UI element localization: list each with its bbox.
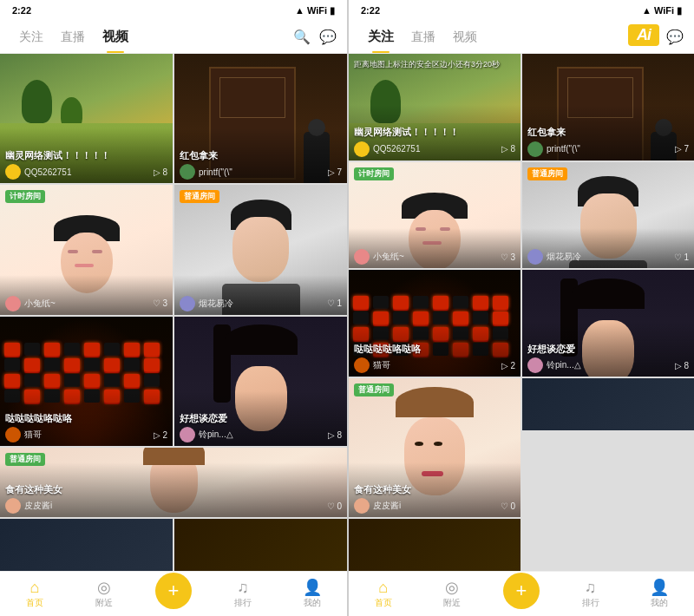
rank-icon-left: ♫ (237, 580, 249, 595)
right-signal-icon: ▲ (642, 5, 651, 16)
kb-username-left: 猫哥 (24, 429, 42, 441)
tab-live-right[interactable]: 直播 (403, 21, 444, 53)
partial-item-2-right[interactable] (349, 519, 520, 571)
tab-video-left[interactable]: 视频 (94, 21, 137, 53)
selfie-count-right: ♡ 0 (501, 501, 515, 511)
selfie-title-right: 食有这种美女 (354, 483, 515, 495)
partial-item-1-right[interactable] (522, 378, 694, 430)
kb-meta-left: 猫哥 ▷ 2 (5, 427, 167, 442)
girl1-badge-right: 计时房间 (354, 167, 394, 180)
door-title-right: 红包拿来 (527, 126, 689, 138)
profile-label-left: 我的 (304, 597, 321, 609)
game-overlay-right: 幽灵网络测试！！！！！ QQ5262751 ▷ 8 (349, 105, 520, 160)
game-avatar-right (354, 141, 370, 157)
girl1-overlay-right: 小兔纸~ ♡ 3 (349, 228, 520, 268)
grid-item-game-right[interactable]: 距离地图上标注的安全区边小还有3分20秒 幽灵网络测试！！！！！ QQ52627… (349, 54, 520, 161)
girl1-overlay-left: 小兔纸~ ♡ 3 (0, 275, 173, 315)
bottom-nav-home-left[interactable]: ⌂ 首页 (0, 580, 69, 609)
bottom-nav-post-right[interactable]: + (487, 580, 556, 609)
grid-item-girl2-left[interactable]: 普通房间 烟花易冷 ♡ 1 (174, 185, 347, 314)
home-label-left: 首页 (26, 597, 43, 609)
girl1-count-right: ♡ 3 (501, 252, 515, 262)
grid-item-girl1-right[interactable]: 计时房间 小兔纸~ ♡ 3 (349, 162, 520, 269)
grid-item-door-left[interactable]: 红包拿来 printf("(\" ▷ 7 (174, 54, 347, 183)
grid-item-girl1-left[interactable]: 计时房间 小兔纸~ ♡ 3 (0, 185, 173, 314)
profile-icon-right: 👤 (650, 580, 669, 595)
kb-title-left: 哒哒哒哒咯哒咯 (5, 412, 167, 424)
tab-follow-right[interactable]: 关注 (359, 21, 403, 53)
message-icon-right[interactable]: 💬 (666, 29, 684, 45)
game-username-left: QQ5262751 (24, 167, 72, 177)
selfie-avatar-left (5, 498, 21, 514)
girl1-avatar-left (5, 296, 21, 311)
girl2-meta-left: 烟花易冷 ♡ 1 (180, 296, 342, 311)
girl2-username-left: 烟花易冷 (199, 298, 233, 310)
right-battery-icon: ▮ (677, 5, 682, 16)
grid-item-selfie-left[interactable]: 普通房间 食有这种美女 皮皮酱i ♡ 0 (0, 448, 347, 517)
profile-icon-left: 👤 (303, 580, 322, 595)
girl2-avatar-right (527, 249, 543, 265)
grid-item-door-right[interactable]: 红包拿来 printf("(\" ▷ 7 (522, 54, 694, 161)
right-content-grid: 距离地图上标注的安全区边小还有3分20秒 幽灵网络测试！！！！！ QQ52627… (349, 54, 694, 571)
rank-label-right: 排行 (582, 597, 599, 609)
selfie-overlay-left: 食有这种美女 皮皮酱i ♡ 0 (0, 462, 347, 517)
girl2-badge-right: 普通房间 (527, 167, 567, 180)
door-meta-right: printf("(\" ▷ 7 (527, 141, 689, 157)
door-avatar-left (180, 164, 195, 180)
bottom-nav-nearby-right[interactable]: ◎ 附近 (418, 580, 488, 609)
wifi-icon: WiFi (307, 5, 327, 16)
game-username-right: QQ5262751 (373, 144, 421, 154)
bottom-nav-home-right[interactable]: ⌂ 首页 (349, 580, 418, 609)
battery-icon: ▮ (330, 5, 335, 16)
right-status-bar: 2:22 ▲ WiFi ▮ (349, 0, 694, 21)
grid-item-drama-left[interactable]: 好想谈恋爱 铃pin...△ ▷ 8 (174, 317, 347, 446)
selfie-badge-right: 普通房间 (354, 383, 394, 396)
left-time: 2:22 (12, 5, 31, 16)
girl1-meta-left: 小兔纸~ ♡ 3 (5, 296, 167, 311)
game-meta-right: QQ5262751 ▷ 8 (354, 141, 515, 157)
partial-item-1-left[interactable] (0, 519, 173, 571)
right-bottom-nav: ⌂ 首页 ◎ 附近 + ♫ 排行 👤 我的 (349, 571, 694, 616)
search-icon-left[interactable]: 🔍 (293, 29, 311, 45)
bottom-nav-post-left[interactable]: + (139, 580, 208, 609)
selfie-count-left: ♡ 0 (327, 501, 342, 511)
rank-icon-right: ♫ (585, 580, 597, 595)
bottom-nav-nearby-left[interactable]: ◎ 附近 (69, 580, 139, 609)
girl1-username-right: 小兔纸~ (373, 251, 404, 263)
grid-item-girl2-right[interactable]: 普通房间 烟花易冷 ♡ 1 (522, 162, 694, 269)
grid-item-selfie-right[interactable]: 普通房间 食有这种美女 皮皮酱i ♡ 0 (349, 378, 520, 517)
door-username-right: printf("(\" (547, 144, 580, 154)
tab-follow-left[interactable]: 关注 (10, 21, 52, 53)
left-bottom-nav: ⌂ 首页 ◎ 附近 + ♫ 排行 👤 我的 (0, 571, 347, 616)
nearby-label-right: 附近 (443, 597, 461, 609)
partial-item-2-left[interactable] (174, 519, 347, 571)
girl2-overlay-right: 烟花易冷 ♡ 1 (522, 228, 694, 268)
tab-live-left[interactable]: 直播 (52, 21, 94, 53)
game-title-right: 幽灵网络测试！！！！！ (354, 126, 515, 138)
bottom-nav-rank-right[interactable]: ♫ 排行 (556, 580, 625, 609)
kb-overlay-left: 哒哒哒哒咯哒咯 猫哥 ▷ 2 (0, 391, 173, 446)
home-label-right: 首页 (375, 597, 392, 609)
bottom-nav-rank-left[interactable]: ♫ 排行 (208, 580, 278, 609)
grid-item-keyboard-left[interactable]: 哒哒哒哒咯哒咯 猫哥 ▷ 2 (0, 317, 173, 446)
rank-label-left: 排行 (234, 597, 252, 609)
tab-video-right[interactable]: 视频 (444, 21, 486, 53)
bottom-nav-profile-left[interactable]: 👤 我的 (278, 580, 347, 609)
grid-item-drama-right[interactable]: 好想谈恋爱 铃pin...△ ▷ 8 (522, 270, 694, 377)
drama-count-right: ▷ 8 (675, 361, 689, 370)
selfie-username-right: 皮皮酱i (373, 500, 401, 512)
selfie-avatar-right (354, 498, 370, 514)
drama-avatar-left (180, 427, 195, 442)
door-meta-left: printf("(\" ▷ 7 (180, 164, 342, 180)
girl2-avatar-left (180, 296, 195, 311)
grid-item-game-left[interactable]: 幽灵网络测试！！！！！ QQ5262751 ▷ 8 (0, 54, 173, 183)
girl1-avatar-right (354, 249, 370, 265)
girl1-count-left: ♡ 3 (153, 298, 167, 308)
drama-title-right: 好想谈恋爱 (527, 343, 689, 355)
grid-item-keyboard-right[interactable]: 哒哒哒哒咯哒咯 猫哥 ▷ 2 (349, 270, 520, 377)
game-count-right: ▷ 8 (501, 144, 515, 154)
bottom-nav-profile-right[interactable]: 👤 我的 (625, 580, 694, 609)
kb-avatar-left (5, 427, 21, 442)
left-phone: 2:22 ▲ WiFi ▮ 关注 直播 视频 🔍 💬 (0, 0, 347, 616)
message-icon-left[interactable]: 💬 (319, 29, 337, 45)
